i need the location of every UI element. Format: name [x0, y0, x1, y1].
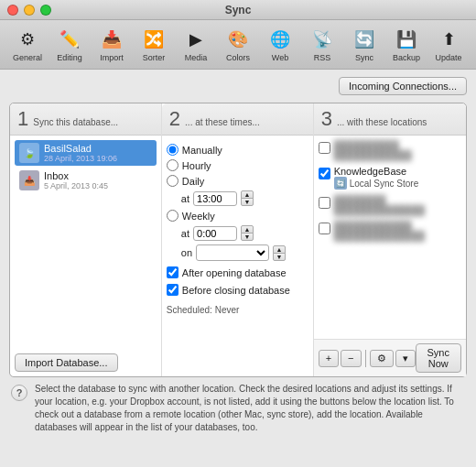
- window-controls[interactable]: [7, 5, 51, 16]
- divider: [365, 350, 366, 367]
- import-database-button[interactable]: Import Database...: [15, 353, 118, 372]
- sync-panel: 1 Sync this database... 🍃 BasilSalad 28 …: [9, 103, 467, 377]
- top-bar: Incoming Connections...: [9, 77, 467, 95]
- loc-name-knowledgebase: KnowledgeBase: [334, 166, 461, 177]
- scheduled-value: Never: [215, 305, 240, 315]
- schedule-column: 2 ... at these times... Manually Hourly: [162, 103, 314, 376]
- daily-time-stepper[interactable]: ▲ ▼: [241, 190, 254, 206]
- arrow-button[interactable]: ▾: [395, 350, 416, 367]
- loc-checkbox-blurred-2[interactable]: [319, 197, 330, 209]
- locations-column-header: 3 ... with these locations: [314, 103, 466, 136]
- toolbar-item-sync[interactable]: 🔄 Sync: [344, 23, 384, 66]
- backup-label: Backup: [393, 53, 420, 62]
- loc-checkbox-knowledgebase[interactable]: [319, 168, 330, 179]
- loc-sub-knowledgebase: 🔄 Local Sync Store: [334, 177, 461, 190]
- location-item-blurred-3: ████████████ ██████████████: [319, 221, 461, 241]
- hourly-label: Hourly: [182, 160, 211, 171]
- gear-button[interactable]: ⚙: [370, 350, 394, 367]
- toolbar-item-colors[interactable]: 🎨 Colors: [218, 23, 258, 66]
- general-icon: ⚙: [15, 27, 40, 52]
- scheduled-label: Scheduled:: [167, 305, 212, 315]
- hourly-radio[interactable]: [167, 159, 178, 171]
- stepper-down-daily[interactable]: ▼: [241, 198, 254, 206]
- daily-radio[interactable]: [167, 175, 178, 187]
- toolbar-item-update[interactable]: ⬆ Update: [428, 23, 469, 66]
- database-item-basilsalad[interactable]: 🍃 BasilSalad 28 April, 2013 19:06: [15, 140, 157, 166]
- stepper-down-weekly[interactable]: ▼: [241, 233, 254, 241]
- loc-checkbox-blurred-3[interactable]: [319, 223, 330, 234]
- databases-column-header: 1 Sync this database...: [10, 103, 161, 136]
- rss-icon: 📡: [309, 27, 335, 52]
- db-icon-inbox: 📥: [19, 170, 39, 190]
- bottom-section: ? Select the database to sync with anoth…: [9, 383, 467, 434]
- weekly-day-select[interactable]: [196, 244, 269, 261]
- window-title: Sync: [225, 4, 252, 16]
- sorter-label: Sorter: [143, 53, 166, 62]
- daily-label: Daily: [182, 176, 204, 187]
- stepper-down-day[interactable]: ▼: [273, 253, 286, 261]
- toolbar-item-media[interactable]: ▶ Media: [176, 23, 216, 66]
- toolbar-item-import[interactable]: 📥 Import: [92, 23, 132, 66]
- loc-info-blurred-3: ████████████ ██████████████: [334, 221, 461, 241]
- database-item-inbox[interactable]: 📥 Inbox 5 April, 2013 0:45: [15, 168, 157, 193]
- schedule-body: Manually Hourly Daily at ▲: [162, 136, 313, 376]
- toolbar-item-rss[interactable]: 📡 RSS: [302, 23, 342, 66]
- weekly-option[interactable]: Weekly: [167, 210, 308, 222]
- loc-checkbox-blurred-1[interactable]: [319, 142, 330, 154]
- loc-store-icon: 🔄: [334, 177, 347, 190]
- help-button[interactable]: ?: [11, 385, 27, 401]
- media-icon: ▶: [183, 27, 209, 52]
- toolbar-item-backup[interactable]: 💾 Backup: [386, 23, 427, 66]
- col2-number: 2: [169, 109, 180, 129]
- toolbar-item-web[interactable]: 🌐 Web: [260, 23, 300, 66]
- db-name-basilsalad: BasilSalad: [44, 143, 152, 154]
- incoming-connections-button[interactable]: Incoming Connections...: [339, 77, 467, 95]
- after-opening-label: After opening database: [182, 267, 287, 278]
- weekly-day-stepper[interactable]: ▲ ▼: [273, 245, 286, 261]
- at-label-weekly: at: [181, 228, 189, 239]
- weekly-time-row: at ▲ ▼: [181, 225, 308, 241]
- before-closing-label: Before closing database: [182, 285, 290, 296]
- manually-option[interactable]: Manually: [167, 144, 308, 156]
- loc-sub-label-knowledgebase: Local Sync Store: [350, 179, 419, 189]
- locations-footer: + − ⚙ ▾ Sync Now: [314, 339, 466, 376]
- remove-location-button[interactable]: −: [341, 350, 361, 367]
- import-label: Import: [100, 53, 124, 62]
- loc-name-blurred-3: ████████████: [334, 221, 461, 231]
- add-location-button[interactable]: +: [319, 350, 339, 367]
- loc-info-blurred-1: ██████████ ████████████: [334, 140, 461, 160]
- locations-body: ██████████ ████████████ KnowledgeBase 🔄 …: [314, 136, 466, 339]
- sync-now-button[interactable]: Sync Now: [416, 343, 461, 373]
- col1-title: Sync this database...: [33, 117, 118, 127]
- daily-option[interactable]: Daily: [167, 175, 308, 187]
- after-opening-checkbox[interactable]: [167, 266, 178, 278]
- before-closing-checkbox[interactable]: [167, 284, 178, 296]
- before-closing-row: Before closing database: [167, 284, 308, 296]
- database-list: 🍃 BasilSalad 28 April, 2013 19:06 📥 Inbo…: [15, 140, 157, 193]
- location-list: ██████████ ████████████ KnowledgeBase 🔄 …: [319, 140, 461, 241]
- col2-title: ... at these times...: [185, 117, 260, 127]
- manually-radio[interactable]: [167, 144, 178, 156]
- toolbar: ⚙ General ✏️ Editing 📥 Import 🔀 Sorter ▶…: [0, 20, 476, 70]
- weekly-time-input[interactable]: [193, 226, 237, 241]
- hourly-option[interactable]: Hourly: [167, 159, 308, 171]
- sorter-icon: 🔀: [141, 27, 167, 52]
- toolbar-item-editing[interactable]: ✏️ Editing: [49, 23, 90, 66]
- after-opening-row: After opening database: [167, 266, 308, 278]
- weekly-time-stepper[interactable]: ▲ ▼: [241, 225, 254, 241]
- general-label: General: [13, 53, 42, 62]
- rss-label: RSS: [314, 53, 331, 62]
- close-button[interactable]: [7, 5, 18, 16]
- toolbar-item-sorter[interactable]: 🔀 Sorter: [134, 23, 174, 66]
- maximize-button[interactable]: [40, 5, 51, 16]
- update-label: Update: [435, 53, 461, 62]
- media-label: Media: [185, 53, 208, 62]
- daily-time-input[interactable]: [193, 191, 237, 206]
- loc-sub-blurred-3: ██████████████: [334, 231, 461, 241]
- loc-name-blurred-2: ████████: [334, 195, 461, 205]
- loc-sub-blurred-1: ████████████: [334, 150, 461, 160]
- minimize-button[interactable]: [24, 5, 35, 16]
- db-date-basilsalad: 28 April, 2013 19:06: [44, 154, 152, 163]
- weekly-radio[interactable]: [167, 210, 178, 222]
- toolbar-item-general[interactable]: ⚙ General: [7, 23, 48, 66]
